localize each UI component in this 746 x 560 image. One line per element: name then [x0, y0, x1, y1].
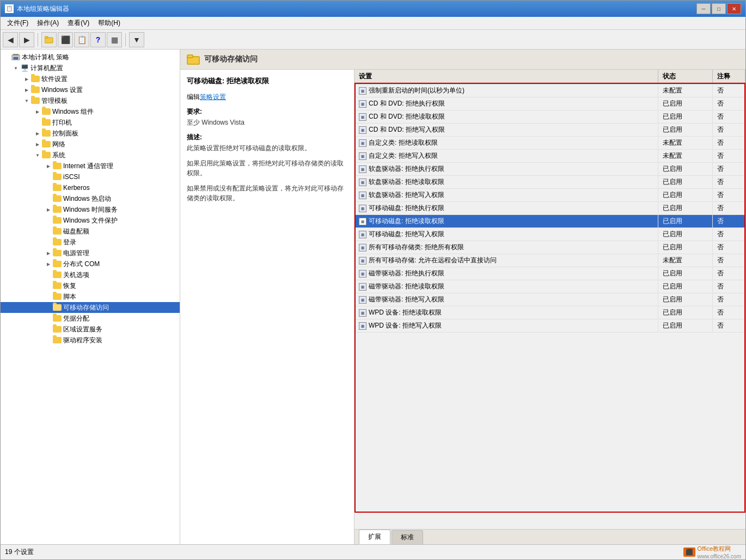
tab-standard[interactable]: 标准 — [392, 530, 423, 544]
table-row[interactable]: ⊞WPD 设备: 拒绝写入权限已启用否 — [354, 319, 745, 333]
cell-note: 否 — [713, 254, 745, 267]
table-row[interactable]: ⊞CD 和 DVD: 拒绝写入权限已启用否 — [354, 124, 745, 137]
table-row[interactable]: ⊞WPD 设备: 拒绝读取权限已启用否 — [354, 306, 745, 319]
tree-item-root[interactable]: 本地计算机 策略 — [1, 52, 180, 63]
table-row[interactable]: ⊞强制重新启动的时间(以秒为单位)未配置否 — [354, 84, 745, 97]
tree-label-locale: 区域设置服务 — [63, 325, 102, 334]
tab-expand[interactable]: 扩展 — [359, 530, 390, 544]
table-row[interactable]: ⊞可移动磁盘: 拒绝读取权限已启用否 — [354, 215, 745, 228]
tree-item-windows-settings[interactable]: ▶ Windows 设置 — [1, 84, 180, 95]
table-row[interactable]: ⊞所有可移动存储类: 拒绝所有权限已启用否 — [354, 241, 745, 254]
maximize-button[interactable]: □ — [712, 3, 726, 14]
logo-main-text: Office教程网 — [698, 545, 731, 552]
cell-status: 已启用 — [658, 319, 713, 332]
table-row[interactable]: ⊞软盘驱动器: 拒绝读取权限已启用否 — [354, 176, 745, 189]
tree-item-kerberos[interactable]: ▶ Kerberos — [1, 182, 180, 193]
table-row[interactable]: ⊞磁带驱动器: 拒绝写入权限已启用否 — [354, 293, 745, 306]
data-table[interactable]: ⊞强制重新启动的时间(以秒为单位)未配置否⊞CD 和 DVD: 拒绝执行权限已启… — [354, 84, 745, 333]
tree-item-software[interactable]: ▶ 软件设置 — [1, 73, 180, 84]
tree-item-hotstart[interactable]: ▶ Windows 热启动 — [1, 193, 180, 204]
tree-item-printer[interactable]: ▶ 打印机 — [1, 117, 180, 128]
grid-button[interactable]: ⬛ — [58, 32, 73, 47]
login-folder-icon — [53, 238, 62, 247]
policy-icon: ⊞ — [359, 218, 366, 225]
tree-item-admin-templates[interactable]: ▼ 管理模板 — [1, 95, 180, 106]
tree-item-shutdown[interactable]: ▶ 关机选项 — [1, 269, 180, 280]
tree-item-windows-components[interactable]: ▶ Windows 组件 — [1, 106, 180, 117]
tree-label-script: 脚本 — [63, 292, 76, 301]
table-row[interactable]: ⊞CD 和 DVD: 拒绝执行权限已启用否 — [354, 97, 745, 110]
folder-button[interactable] — [41, 32, 57, 47]
tree-label-windows-time: Windows 时间服务 — [63, 205, 118, 214]
table-row[interactable]: ⊞磁带驱动器: 拒绝读取权限已启用否 — [354, 280, 745, 293]
menu-file[interactable]: 文件(F) — [3, 17, 33, 29]
tree-item-credential[interactable]: ▶ 凭据分配 — [1, 313, 180, 324]
menu-view[interactable]: 查看(V) — [63, 17, 94, 29]
menu-help[interactable]: 帮助(H) — [94, 17, 125, 29]
status-logo: ⬛ Office教程网 www.office26.com — [683, 545, 741, 559]
table-row[interactable]: ⊞自定义类: 拒绝写入权限未配置否 — [354, 150, 745, 163]
right-header-icon — [187, 53, 200, 66]
table-row[interactable]: ⊞自定义类: 拒绝读取权限未配置否 — [354, 137, 745, 150]
tree-item-distributed-com[interactable]: ▶ 分布式 COM — [1, 259, 180, 269]
tree-label-credential: 凭据分配 — [63, 314, 89, 323]
tree-item-windows-time[interactable]: ▶ Windows 时间服务 — [1, 204, 180, 215]
table-row[interactable]: ⊞可移动磁盘: 拒绝执行权限已启用否 — [354, 202, 745, 215]
tree-item-locale[interactable]: ▶ 区域设置服务 — [1, 324, 180, 335]
cell-note: 否 — [713, 267, 745, 280]
right-header: 可移动存储访问 — [180, 50, 745, 70]
window-icon: 📋 — [5, 4, 14, 13]
setting-text: 磁带驱动器: 拒绝写入权限 — [369, 295, 444, 304]
help-button[interactable]: ? — [90, 32, 106, 47]
tree-item-removable-storage[interactable]: ▶ 可移动存储访问 — [1, 302, 180, 313]
policy-icon: ⊞ — [359, 322, 366, 330]
tree-item-power[interactable]: ▶ 电源管理 — [1, 248, 180, 259]
cell-status: 已启用 — [658, 306, 713, 319]
table-row[interactable]: ⊞软盘驱动器: 拒绝执行权限已启用否 — [354, 163, 745, 176]
toolbar: ◀ ▶ ⬛ 📋 ? ▦ ▼ — [1, 30, 745, 50]
right-header-title: 可移动存储访问 — [204, 54, 258, 64]
table-row[interactable]: ⊞磁带驱动器: 拒绝执行权限已启用否 — [354, 267, 745, 280]
policy-icon: ⊞ — [359, 179, 366, 186]
fileprotect-folder-icon — [53, 216, 62, 225]
cell-status: 已启用 — [658, 280, 713, 293]
table-row[interactable]: ⊞所有可移动存储: 允许在远程会话中直接访问未配置否 — [354, 254, 745, 267]
setting-text: 所有可移动存储: 允许在远程会话中直接访问 — [369, 256, 497, 265]
tree-item-control-panel[interactable]: ▶ 控制面板 — [1, 128, 180, 139]
status-bar: 19 个设置 ⬛ Office教程网 www.office26.com — [1, 544, 745, 559]
expand-power-icon: ▶ — [44, 249, 53, 257]
tree-item-fileprotect[interactable]: ▶ Windows 文件保护 — [1, 215, 180, 226]
cell-setting: ⊞磁带驱动器: 拒绝执行权限 — [354, 267, 658, 280]
tree-item-iscsi[interactable]: ▶ iSCSI — [1, 171, 180, 182]
tree-item-driver[interactable]: ▶ 驱动程序安装 — [1, 335, 180, 346]
cell-note: 否 — [713, 202, 745, 214]
forward-button[interactable]: ▶ — [19, 32, 34, 47]
tree-item-internet-mgmt[interactable]: ▶ Internet 通信管理 — [1, 161, 180, 171]
tree-scroll[interactable]: 本地计算机 策略 ▼ 🖥️ 计算机配置 ▶ 软件设置 — [1, 50, 180, 544]
expand-admin-icon: ▼ — [22, 96, 31, 105]
tree-item-recovery[interactable]: ▶ 恢复 — [1, 280, 180, 291]
tree-item-network[interactable]: ▶ 网络 — [1, 139, 180, 150]
filter-button[interactable]: ▼ — [129, 32, 144, 47]
tree-item-computer-config[interactable]: ▼ 🖥️ 计算机配置 — [1, 63, 180, 73]
cell-note: 否 — [713, 215, 745, 227]
table-row[interactable]: ⊞软盘驱动器: 拒绝写入权限已启用否 — [354, 189, 745, 202]
logo-sub-text: www.office26.com — [698, 553, 741, 559]
tree-item-login[interactable]: ▶ 登录 — [1, 237, 180, 248]
tree-item-system[interactable]: ▼ 系统 — [1, 150, 180, 161]
copy-button[interactable]: 📋 — [74, 32, 89, 47]
table-row[interactable]: ⊞CD 和 DVD: 拒绝读取权限已启用否 — [354, 110, 745, 124]
close-button[interactable]: ✕ — [727, 3, 741, 14]
menu-action[interactable]: 操作(A) — [33, 17, 63, 29]
tree-item-script[interactable]: ▶ 脚本 — [1, 291, 180, 302]
expand-wincomponents-icon: ▶ — [33, 107, 42, 116]
logo-text: Office教程网 www.office26.com — [698, 545, 741, 559]
table-row[interactable]: ⊞可移动磁盘: 拒绝写入权限已启用否 — [354, 228, 745, 241]
tree-item-disk-quota[interactable]: ▶ 磁盘配额 — [1, 226, 180, 237]
policy-settings-link[interactable]: 策略设置 — [200, 93, 226, 101]
cell-setting: ⊞软盘驱动器: 拒绝执行权限 — [354, 163, 658, 175]
cell-status: 已启用 — [658, 202, 713, 214]
minimize-button[interactable]: ─ — [696, 3, 711, 14]
back-button[interactable]: ◀ — [3, 32, 18, 47]
view-button[interactable]: ▦ — [107, 32, 122, 47]
